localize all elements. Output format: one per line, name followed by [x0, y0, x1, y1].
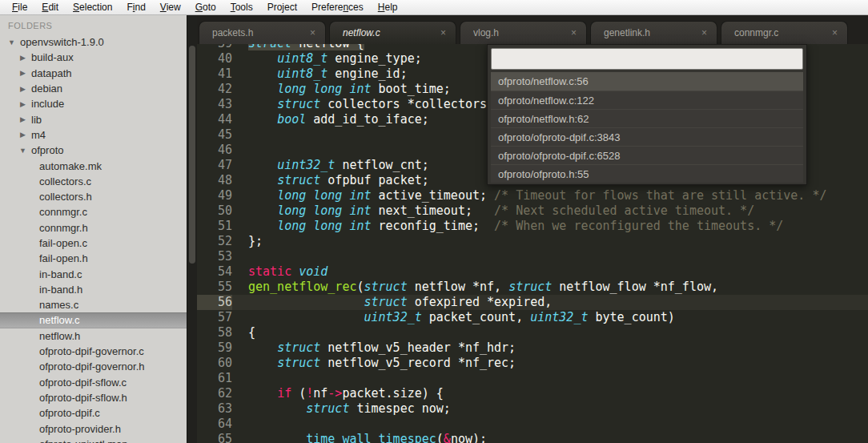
triangle-right-icon[interactable]: ▶	[18, 131, 28, 139]
menu-item-find[interactable]: Find	[119, 0, 152, 14]
goto-result[interactable]: ofproto/ofproto-dpif.c:6528	[491, 146, 803, 164]
menu-item-help[interactable]: Help	[371, 0, 405, 14]
token-fc: time_wall_timespec	[306, 432, 436, 443]
triangle-right-icon[interactable]: ▶	[18, 85, 28, 93]
token-p	[248, 203, 277, 218]
triangle-right-icon[interactable]: ▶	[18, 54, 28, 62]
tree-item-label: ofproto-dpif-sflow.c	[39, 377, 127, 389]
sidebar-scrollbar[interactable]	[187, 15, 197, 443]
sidebar-item-build-aux[interactable]: ▶build-aux	[0, 50, 187, 65]
sidebar-item-connmgr.c[interactable]: connmgr.c	[0, 204, 187, 219]
goto-result[interactable]: ofproto/netflow.c:56	[491, 72, 803, 91]
token-t: long long int	[277, 188, 371, 203]
tab-label: packets.h	[212, 27, 307, 38]
sidebar-item-automake.mk[interactable]: automake.mk	[0, 158, 187, 173]
sidebar-item-ofproto-dpif-sflow.h[interactable]: ofproto-dpif-sflow.h	[0, 390, 187, 405]
sidebar-item-include[interactable]: ▶include	[0, 96, 187, 111]
sidebar-item-lib[interactable]: ▶lib	[0, 111, 187, 127]
sidebar-item-collectors.c[interactable]: collectors.c	[0, 174, 187, 189]
sidebar-item-fail-open.h[interactable]: fail-open.h	[0, 251, 187, 266]
sidebar-item-ofproto-dpif-sflow.c[interactable]: ofproto-dpif-sflow.c	[0, 375, 187, 390]
sidebar-item-netflow.h[interactable]: netflow.h	[0, 328, 187, 344]
token-p: engine_id;	[328, 66, 407, 81]
tab-label: vlog.h	[473, 27, 568, 38]
token-p: netflow {	[291, 44, 364, 50]
close-icon[interactable]: ×	[568, 26, 580, 39]
sidebar-item-datapath[interactable]: ▶datapath	[0, 66, 187, 81]
code-text	[232, 249, 248, 264]
token-c: /* Next scheduled active timeout. */	[494, 203, 754, 218]
token-p: timespec now;	[349, 401, 450, 416]
goto-result[interactable]: ofproto/netflow.h:62	[491, 109, 803, 127]
token-p	[248, 188, 277, 203]
menu-item-selection[interactable]: Selection	[66, 0, 119, 14]
menu-item-goto[interactable]: Goto	[188, 0, 223, 14]
line-number: 40	[197, 51, 232, 66]
token-t: uint8_t	[277, 51, 328, 66]
triangle-right-icon[interactable]: ▶	[18, 100, 28, 108]
token-p	[248, 310, 364, 324]
token-t: long long int	[277, 82, 371, 96]
sidebar-item-debian[interactable]: ▶debian	[0, 81, 187, 96]
menu-item-file[interactable]: File	[5, 0, 34, 14]
sidebar-item-collectors.h[interactable]: collectors.h	[0, 189, 187, 204]
sidebar-item-fail-open.c[interactable]: fail-open.c	[0, 236, 187, 251]
menu-item-view[interactable]: View	[153, 0, 188, 14]
token-p: packet.size) {	[342, 386, 443, 401]
menubar: FileEditSelectionFindViewGotoToolsProjec…	[0, 0, 868, 15]
sidebar-item-ofproto[interactable]: ▼ofproto	[0, 143, 187, 158]
tab-genetlink.h[interactable]: genetlink.h×	[590, 21, 717, 44]
tab-vlog.h[interactable]: vlog.h×	[460, 21, 587, 44]
sidebar-item-in-band.h[interactable]: in-band.h	[0, 282, 187, 297]
triangle-down-icon[interactable]: ▼	[18, 147, 28, 155]
sidebar-item-openvswitch-1.9.0[interactable]: ▼openvswitch-1.9.0	[0, 34, 187, 50]
tab-connmgr.c[interactable]: connmgr.c×	[721, 21, 848, 44]
sidebar-item-connmgr.h[interactable]: connmgr.h	[0, 220, 187, 236]
token-p: nf	[313, 386, 328, 401]
goto-result[interactable]: ofproto/ofproto.h:55	[491, 164, 803, 183]
close-icon[interactable]: ×	[437, 26, 449, 39]
token-k: &	[444, 432, 451, 443]
line-number: 43	[197, 97, 232, 112]
tree-item-label: datapath	[31, 67, 72, 79]
tab-netflow.c[interactable]: netflow.c×	[329, 21, 456, 44]
triangle-right-icon[interactable]: ▶	[18, 115, 28, 123]
goto-result[interactable]: ofproto/netflow.c:122	[491, 91, 803, 109]
sidebar-item-ofproto-dpif-governor.c[interactable]: ofproto-dpif-governor.c	[0, 344, 187, 359]
code-text	[232, 417, 248, 432]
triangle-down-icon[interactable]: ▼	[6, 38, 17, 46]
tree-item-label: ofproto-unixctl.man	[39, 438, 128, 443]
close-icon[interactable]: ×	[698, 26, 710, 39]
menu-item-tools[interactable]: Tools	[223, 0, 260, 14]
sidebar: FOLDERS ▼openvswitch-1.9.0▶build-aux▶dat…	[0, 15, 187, 443]
sidebar-item-ofproto-dpif-governor.h[interactable]: ofproto-dpif-governor.h	[0, 359, 187, 374]
sidebar-item-netflow.c[interactable]: netflow.c	[0, 312, 187, 328]
goto-result[interactable]: ofproto/ofproto-dpif.c:3843	[491, 127, 803, 146]
menu-item-project[interactable]: Project	[260, 0, 304, 14]
tree-item-label: ofproto-dpif.c	[39, 407, 100, 419]
code-text	[232, 143, 248, 158]
close-icon[interactable]: ×	[829, 26, 841, 39]
menu-item-preferences[interactable]: Preferences	[304, 0, 371, 14]
goto-input[interactable]	[491, 48, 803, 70]
line-number: 63	[197, 401, 232, 417]
token-k: ->	[328, 386, 342, 401]
token-t: struct	[364, 295, 408, 309]
sidebar-item-names.c[interactable]: names.c	[0, 297, 187, 312]
sidebar-item-ofproto-provider.h[interactable]: ofproto-provider.h	[0, 421, 187, 436]
line-number: 53	[197, 249, 232, 264]
sidebar-item-ofproto-dpif.c[interactable]: ofproto-dpif.c	[0, 405, 187, 421]
menu-item-edit[interactable]: Edit	[34, 0, 66, 14]
sidebar-item-ofproto-unixctl.man[interactable]: ofproto-unixctl.man	[0, 437, 187, 443]
close-icon[interactable]: ×	[307, 26, 319, 39]
scrollbar-thumb[interactable]	[189, 46, 195, 264]
token-p	[248, 66, 277, 81]
sidebar-item-m4[interactable]: ▶m4	[0, 127, 187, 143]
token-t: long long int	[277, 219, 371, 233]
token-p: byte_count)	[588, 310, 674, 324]
sidebar-item-in-band.c[interactable]: in-band.c	[0, 266, 187, 281]
triangle-right-icon[interactable]: ▶	[18, 69, 28, 77]
line-number: 41	[197, 66, 232, 82]
tab-packets.h[interactable]: packets.h×	[199, 21, 326, 44]
tree-item-label: collectors.h	[39, 191, 92, 203]
